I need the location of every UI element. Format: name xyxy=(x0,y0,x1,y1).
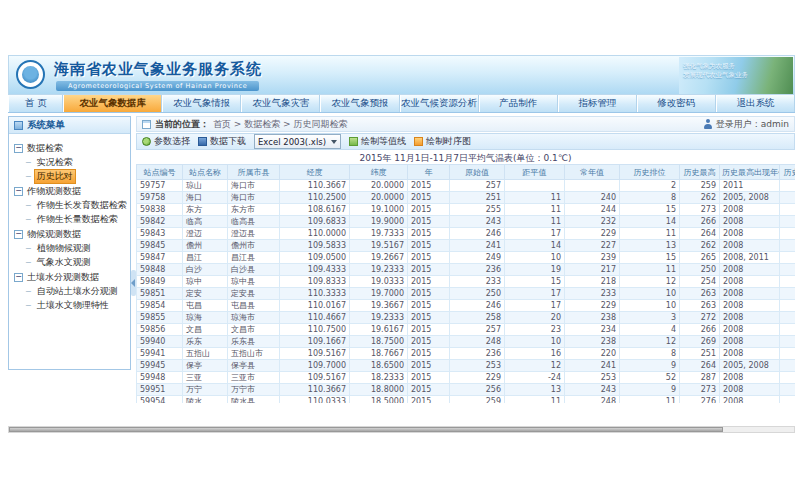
table-row[interactable]: 59847昌江昌江县109.050019.2667201524910239152… xyxy=(137,252,796,264)
collapse-icon[interactable]: − xyxy=(14,187,23,196)
tree-line: ─ xyxy=(26,201,31,210)
nav-tab-4[interactable]: 农业气象预报 xyxy=(320,95,399,112)
draw-timeseries-button[interactable]: 绘制时序图 xyxy=(414,135,471,148)
table-cell: 11 xyxy=(505,192,565,204)
table-cell: 59848 xyxy=(137,264,183,276)
table-cell: 241 xyxy=(565,360,620,372)
tree-line: ─ xyxy=(26,158,31,167)
table-cell: 2015 xyxy=(408,192,450,204)
app-logo-icon xyxy=(16,60,45,89)
table-cell: 20.0000 xyxy=(350,180,408,192)
table-cell: 59843 xyxy=(137,228,183,240)
breadcrumb-path[interactable]: 首页 > 数据检索 > 历史同期检索 xyxy=(213,118,348,131)
table-cell: 208 xyxy=(780,384,796,396)
tree-item-1-0[interactable]: ─作物生长发育数据检索 xyxy=(11,198,128,212)
table-cell: 262 xyxy=(680,240,720,252)
tree-item-0-1[interactable]: ─历史比对 xyxy=(11,169,128,183)
table-row[interactable]: 59945保亭保亭县109.700018.6500201525312241926… xyxy=(137,360,796,372)
table-row[interactable]: 59758海口海口市110.250020.0000201525111240826… xyxy=(137,192,796,204)
nav-tab-0[interactable]: 首 页 xyxy=(8,95,63,112)
tree-line: ─ xyxy=(26,215,31,224)
table-cell: 2011 xyxy=(720,180,780,192)
nav-tab-1[interactable]: 农业气象数据库 xyxy=(63,95,162,112)
data-download-button[interactable]: 数据下载 xyxy=(198,135,246,148)
table-cell: 乐东 xyxy=(183,336,228,348)
table-row[interactable]: 59845儋州儋州市109.583319.5167201524114227132… xyxy=(137,240,796,252)
tree-group-header-0[interactable]: −数据检索 xyxy=(11,141,128,155)
table-cell: 琼中县 xyxy=(228,276,280,288)
table-cell: 59757 xyxy=(137,180,183,192)
table-cell: 251 xyxy=(680,348,720,360)
table-cell: 琼海 xyxy=(183,312,228,324)
table-cell: 236 xyxy=(450,264,505,276)
collapse-icon[interactable]: − xyxy=(14,230,23,239)
tree-group-header-1[interactable]: −作物观测数据 xyxy=(11,184,128,198)
tree-item-3-1[interactable]: ─土壤水文物理特性 xyxy=(11,298,128,312)
tree-item-0-0[interactable]: ─实况检索 xyxy=(11,155,128,169)
collapse-icon[interactable]: − xyxy=(14,144,23,153)
draw-timeseries-label: 绘制时序图 xyxy=(426,135,471,148)
table-row[interactable]: 59951万宁万宁市110.366718.8000201525613243927… xyxy=(137,384,796,396)
tree-group-header-3[interactable]: −土壤水分观测数据 xyxy=(11,270,128,284)
table-row[interactable]: 59851定安定安县110.333319.7000201525017233102… xyxy=(137,288,796,300)
table-cell: 110.0167 xyxy=(280,300,350,312)
table-row[interactable]: 59954陵水陵水县110.033318.5000201525911248112… xyxy=(137,396,796,404)
collapse-icon[interactable]: − xyxy=(14,273,23,282)
table-cell: 8 xyxy=(620,192,680,204)
table-cell: 249 xyxy=(450,252,505,264)
column-header-4: 纬度 xyxy=(350,165,408,180)
table-cell xyxy=(505,180,565,192)
table-row[interactable]: 59843澄迈澄迈县110.000019.7333201524617229112… xyxy=(137,228,796,240)
table-cell: 218 xyxy=(565,276,620,288)
page: 海南省农业气象业务服务系统 Agrometeorological System … xyxy=(0,0,800,500)
tree-item-1-1[interactable]: ─作物生长量数据检索 xyxy=(11,212,128,226)
table-row[interactable]: 59855琼海琼海市110.466719.2333201525820238327… xyxy=(137,312,796,324)
table-row[interactable]: 59849琼中琼中县109.833319.0333201523315218122… xyxy=(137,276,796,288)
breadcrumb-bar: 当前的位置： 首页 > 数据检索 > 历史同期检索 登录用户：admin xyxy=(136,116,795,132)
tree-group-header-2[interactable]: −物候观测数据 xyxy=(11,227,128,241)
nav-tab-2[interactable]: 农业气象情报 xyxy=(162,95,241,112)
table-cell: 白沙县 xyxy=(228,264,280,276)
table-row[interactable]: 59856文昌文昌市110.750019.6167201525723234426… xyxy=(137,324,796,336)
nav-tab-6[interactable]: 产品制作 xyxy=(479,95,558,112)
table-row[interactable]: 59948三亚三亚市109.516718.23332015229-2425352… xyxy=(137,372,796,384)
nav-tab-9[interactable]: 退出系统 xyxy=(716,95,795,112)
horizontal-scrollbar[interactable] xyxy=(8,426,795,433)
table-cell: 10 xyxy=(505,252,565,264)
tree-item-3-0[interactable]: ─自动站土壤水分观测 xyxy=(11,284,128,298)
table-row[interactable]: 59842临高临高县109.683319.9000201524311232142… xyxy=(137,216,796,228)
table-row[interactable]: 59848白沙白沙县109.433319.2333201523619217112… xyxy=(137,264,796,276)
horizontal-scrollbar-thumb[interactable] xyxy=(9,427,723,432)
table-cell: 海口市 xyxy=(228,180,280,192)
main-panel: 参数选择 数据下载 Excel 2003(.xls) 绘制等值线 绘制时序图 xyxy=(136,133,795,403)
table-row[interactable]: 59940乐东乐东县109.166718.7500201524810238122… xyxy=(137,336,796,348)
main-nav: 首 页农业气象数据库农业气象情报农业气象灾害农业气象预报农业气候资源分析产品制作… xyxy=(8,95,795,113)
tree-item-2-1[interactable]: ─气象水文观测 xyxy=(11,255,128,269)
param-select-button[interactable]: 参数选择 xyxy=(142,135,190,148)
table-cell: 临高县 xyxy=(228,216,280,228)
table-cell: 263 xyxy=(680,300,720,312)
table-row[interactable]: 59854屯昌屯昌县110.016719.3667201524617229102… xyxy=(137,300,796,312)
tree-group-label: 物候观测数据 xyxy=(27,228,81,241)
column-header-6: 原始值 xyxy=(450,165,505,180)
tree-item-2-0[interactable]: ─植物物候观测 xyxy=(11,241,128,255)
table-cell: 59851 xyxy=(137,288,183,300)
nav-tab-7[interactable]: 指标管理 xyxy=(558,95,637,112)
table-cell: 3 xyxy=(620,312,680,324)
table-cell: 52 xyxy=(620,372,680,384)
table-cell: 217 xyxy=(565,264,620,276)
table-row[interactable]: 59838东方东方市108.616719.1000201525511244152… xyxy=(137,204,796,216)
table-row[interactable]: 59941五指山五指山市109.516718.76672015236162208… xyxy=(137,348,796,360)
table-row[interactable]: 59757琼山海口市110.366720.0000201525722592011… xyxy=(137,180,796,192)
draw-isoline-button[interactable]: 绘制等值线 xyxy=(349,135,406,148)
column-header-5: 年 xyxy=(408,165,450,180)
nav-tab-3[interactable]: 农业气象灾害 xyxy=(241,95,320,112)
table-cell: 12 xyxy=(620,336,680,348)
tree-group-3: −土壤水分观测数据─自动站土壤水分观测─土壤水文物理特性 xyxy=(11,270,128,312)
column-header-1: 站点名称 xyxy=(183,165,228,180)
nav-tab-5[interactable]: 农业气候资源分析 xyxy=(400,95,479,112)
table-cell: 259 xyxy=(450,396,505,404)
table-cell: 273 xyxy=(680,204,720,216)
export-format-select[interactable]: Excel 2003(.xls) xyxy=(254,134,341,149)
nav-tab-8[interactable]: 修改密码 xyxy=(637,95,716,112)
